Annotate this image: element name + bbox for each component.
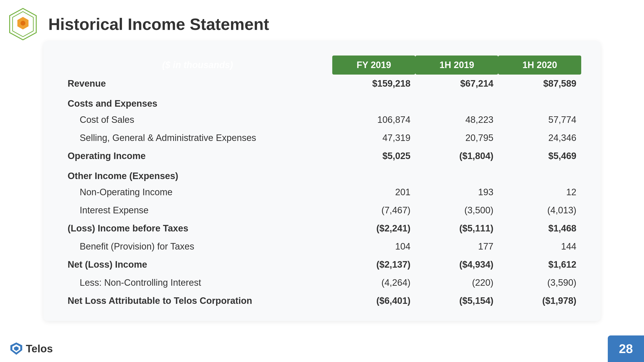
table-row: Operating Income $5,025 ($1,804) $5,469 (63, 147, 581, 165)
row-1h2020: 144 (498, 238, 581, 256)
row-label: Benefit (Provision) for Taxes (63, 238, 332, 256)
table-row: Benefit (Provision) for Taxes 104 177 14… (63, 238, 581, 256)
table-row: Cost of Sales 106,874 48,223 57,774 (63, 111, 581, 129)
row-1h2020: $87,589 (498, 74, 581, 93)
row-1h2020: $1,468 (498, 219, 581, 238)
row-1h2020: ($1,978) (498, 292, 581, 310)
table-row: Net (Loss) Income ($2,137) ($4,934) $1,6… (63, 256, 581, 274)
row-1h2020: 24,346 (498, 129, 581, 147)
content-card: ($ in thousands) FY 2019 1H 2019 1H 2020… (44, 41, 600, 321)
row-1h2020: (4,013) (498, 201, 581, 219)
table-row: (Loss) Income before Taxes ($2,241) ($5,… (63, 219, 581, 238)
income-statement-table: ($ in thousands) FY 2019 1H 2019 1H 2020… (63, 55, 581, 310)
table-row: Interest Expense (7,467) (3,500) (4,013) (63, 201, 581, 219)
row-1h2019: ($4,934) (415, 256, 498, 274)
row-fy2019: (7,467) (332, 201, 415, 219)
unit-label: ($ in thousands) (63, 55, 332, 74)
row-label: Net Loss Attributable to Telos Corporati… (63, 292, 332, 310)
row-1h2020: (3,590) (498, 274, 581, 292)
col-header-1h2019: 1H 2019 (415, 55, 498, 74)
row-1h2020: 12 (498, 183, 581, 201)
col-header-1h2020: 1H 2020 (498, 55, 581, 74)
row-1h2020: $1,612 (498, 256, 581, 274)
row-1h2020: 57,774 (498, 111, 581, 129)
table-row: Costs and Expenses (63, 93, 581, 111)
row-1h2019: (220) (415, 274, 498, 292)
row-fy2019: $5,025 (332, 147, 415, 165)
row-label: Revenue (63, 74, 332, 93)
company-logo (7, 7, 39, 41)
row-label: Net (Loss) Income (63, 256, 332, 274)
row-1h2019: 193 (415, 183, 498, 201)
row-1h2019: ($1,804) (415, 147, 498, 165)
row-1h2019: 48,223 (415, 111, 498, 129)
row-1h2019: ($5,154) (415, 292, 498, 310)
header: Historical Income Statement (7, 7, 269, 41)
telos-shield-icon (10, 342, 23, 355)
row-label: Non-Operating Income (63, 183, 332, 201)
telos-logo-text: Telos (26, 343, 53, 355)
row-1h2019: $67,214 (415, 74, 498, 93)
section-header-label: Costs and Expenses (63, 93, 581, 111)
row-label: Cost of Sales (63, 111, 332, 129)
page-number-box: 28 (608, 336, 644, 362)
table-row: Selling, General & Administrative Expens… (63, 129, 581, 147)
telos-footer-logo: Telos (10, 342, 53, 355)
row-fy2019: ($2,137) (332, 256, 415, 274)
svg-point-3 (20, 21, 25, 25)
row-fy2019: (4,264) (332, 274, 415, 292)
table-row: Net Loss Attributable to Telos Corporati… (63, 292, 581, 310)
col-header-fy2019: FY 2019 (332, 55, 415, 74)
row-1h2020: $5,469 (498, 147, 581, 165)
row-fy2019: 106,874 (332, 111, 415, 129)
row-fy2019: 47,319 (332, 129, 415, 147)
row-label: Operating Income (63, 147, 332, 165)
row-1h2019: 177 (415, 238, 498, 256)
row-label: Selling, General & Administrative Expens… (63, 129, 332, 147)
page-title: Historical Income Statement (48, 15, 269, 33)
page-number: 28 (619, 342, 633, 356)
row-label: Interest Expense (63, 201, 332, 219)
row-label: Less: Non-Controlling Interest (63, 274, 332, 292)
row-label: (Loss) Income before Taxes (63, 219, 332, 238)
row-1h2019: ($5,111) (415, 219, 498, 238)
table-row: Non-Operating Income 201 193 12 (63, 183, 581, 201)
table-row: Other Income (Expenses) (63, 165, 581, 183)
row-1h2019: 20,795 (415, 129, 498, 147)
row-fy2019: $159,218 (332, 74, 415, 93)
table-row: Revenue $159,218 $67,214 $87,589 (63, 74, 581, 93)
row-fy2019: ($2,241) (332, 219, 415, 238)
table-row: Less: Non-Controlling Interest (4,264) (… (63, 274, 581, 292)
row-fy2019: 201 (332, 183, 415, 201)
row-1h2019: (3,500) (415, 201, 498, 219)
row-fy2019: ($6,401) (332, 292, 415, 310)
row-fy2019: 104 (332, 238, 415, 256)
section-header-label: Other Income (Expenses) (63, 165, 581, 183)
